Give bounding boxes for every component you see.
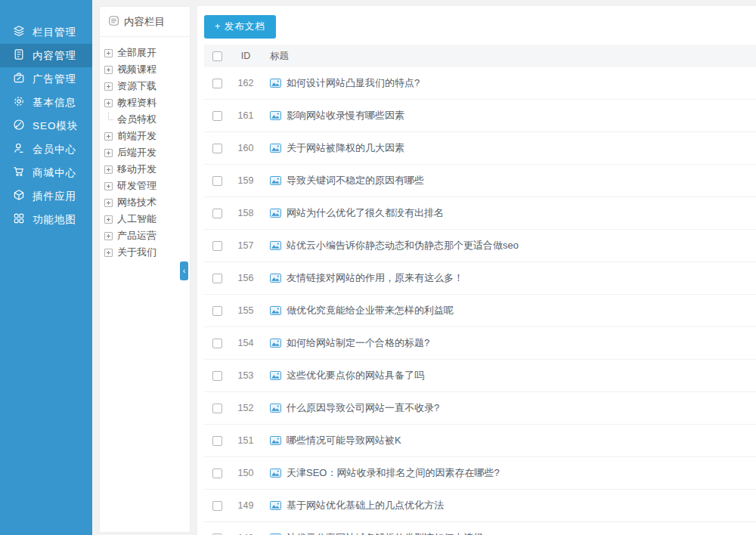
row-select-checkbox[interactable] xyxy=(212,469,222,478)
tree-item[interactable]: 后端开发 xyxy=(104,144,190,161)
user-icon xyxy=(13,142,25,156)
row-select-checkbox[interactable] xyxy=(212,274,222,283)
document-title-link[interactable]: 影响网站收录慢有哪些因素 xyxy=(287,109,404,122)
tree-item[interactable]: 关于我们 xyxy=(104,244,190,261)
document-title-link[interactable]: 什么原因导致公司网站一直不收录? xyxy=(287,401,439,415)
expand-plus-icon[interactable] xyxy=(104,182,113,190)
tree-leaf-branch-icon xyxy=(104,116,113,124)
expand-plus-icon[interactable] xyxy=(104,199,113,207)
document-title-link[interactable]: 网站为什么优化了很久都没有出排名 xyxy=(287,206,444,220)
document-title-link[interactable]: 导致关键词不稳定的原因有哪些 xyxy=(287,174,424,187)
document-title-link[interactable]: 这些优化要点你的网站具备了吗 xyxy=(287,369,424,382)
tree-item-label[interactable]: 资源下载 xyxy=(117,79,156,93)
publish-document-button[interactable]: + 发布文档 xyxy=(204,15,276,39)
sidebar-item-function-map[interactable]: 功能地图 xyxy=(0,208,92,231)
row-select-checkbox[interactable] xyxy=(212,111,222,121)
chevron-left-icon: ‹ xyxy=(183,267,186,275)
plugin-cube-icon xyxy=(13,189,25,203)
tree-item[interactable]: 人工智能 xyxy=(104,211,190,227)
document-title-link[interactable]: 天津SEO：网站收录和排名之间的因素存在哪些? xyxy=(287,466,500,480)
tree-item-label[interactable]: 移动开发 xyxy=(117,162,156,176)
tree-item-label[interactable]: 视频课程 xyxy=(117,63,156,76)
tree-item[interactable]: 教程资料 xyxy=(104,94,190,111)
tree-item-label[interactable]: 产品运营 xyxy=(117,229,156,243)
row-select-checkbox[interactable] xyxy=(212,144,222,153)
document-title-link[interactable]: 如何设计网站凸显我们的特点? xyxy=(287,76,420,90)
sidebar-item-content-management[interactable]: 内容管理 xyxy=(0,44,92,67)
document-title-link[interactable]: 关于网站被降权的几大因素 xyxy=(287,141,404,155)
table-header-row: ID 标题 xyxy=(204,45,756,67)
expand-plus-icon[interactable] xyxy=(104,165,113,174)
row-select-checkbox[interactable] xyxy=(212,306,222,316)
expand-plus-icon[interactable] xyxy=(104,215,113,224)
row-select-checkbox[interactable] xyxy=(212,241,222,251)
sidebar-item-seo-module[interactable]: SEO模块 xyxy=(0,114,92,138)
sidebar-item-member-center[interactable]: 会员中心 xyxy=(0,138,92,161)
sidebar-item-column-management[interactable]: 栏目管理 xyxy=(0,20,92,44)
table-row: 148 站优云分享网站域名解析的类型该如何去选择 xyxy=(204,522,756,535)
row-id: 160 xyxy=(230,143,262,153)
row-select-checkbox[interactable] xyxy=(212,436,222,446)
sidebar-item-plugin-apps[interactable]: 插件应用 xyxy=(0,184,92,208)
tree-item-label[interactable]: 网络技术 xyxy=(117,196,156,209)
expand-plus-icon[interactable] xyxy=(104,149,113,157)
tree-item[interactable]: 会员特权 xyxy=(104,111,190,128)
document-title-link[interactable]: 哪些情况可能导致网站被K xyxy=(287,434,401,447)
seo-icon xyxy=(13,119,25,133)
expand-plus-icon[interactable] xyxy=(104,66,113,74)
table-row: 158 网站为什么优化了很久都没有出排名 xyxy=(204,197,756,230)
row-id: 154 xyxy=(230,338,262,348)
tree-item[interactable]: 视频课程 xyxy=(104,61,190,78)
document-title-link[interactable]: 站优云小编告诉你静态动态和伪静态那个更适合做seo xyxy=(287,239,519,252)
sidebar-item-basic-info[interactable]: 基本信息 xyxy=(0,91,92,114)
document-title-link[interactable]: 友情链接对网站的作用，原来有这么多！ xyxy=(287,271,463,285)
row-id: 151 xyxy=(230,435,262,446)
tree-item[interactable]: 研发管理 xyxy=(104,178,190,194)
tree-item-label[interactable]: 会员特权 xyxy=(117,113,156,126)
tree-item[interactable]: 前端开发 xyxy=(104,128,190,144)
row-select-checkbox[interactable] xyxy=(212,371,222,381)
tree-item[interactable]: 产品运营 xyxy=(104,227,190,244)
sidebar-item-label: SEO模块 xyxy=(33,119,79,133)
tree-item[interactable]: 网络技术 xyxy=(104,194,190,211)
tree-item-label[interactable]: 教程资料 xyxy=(117,96,156,110)
sidebar-item-label: 广告管理 xyxy=(33,73,76,86)
sidebar-item-mall-center[interactable]: 商城中心 xyxy=(0,161,92,184)
sidebar-item-label: 栏目管理 xyxy=(33,26,76,39)
row-id: 149 xyxy=(230,500,262,511)
tree-item[interactable]: 移动开发 xyxy=(104,161,190,178)
document-title-link[interactable]: 基于网站优化基础上的几点优化方法 xyxy=(287,499,444,512)
document-title-link[interactable]: 做优化究竟能给企业带来怎样的利益呢 xyxy=(287,304,454,317)
row-select-checkbox[interactable] xyxy=(212,209,222,218)
table-row: 157 站优云小编告诉你静态动态和伪静态那个更适合做seo xyxy=(204,230,756,262)
document-title-link[interactable]: 如何给网站制定一个合格的标题? xyxy=(287,336,429,350)
expand-plus-icon[interactable] xyxy=(104,82,113,91)
tree-item-label[interactable]: 人工智能 xyxy=(117,212,156,226)
expand-plus-icon[interactable] xyxy=(104,132,113,141)
tree-item[interactable]: 资源下载 xyxy=(104,78,190,94)
image-thumbnail-icon xyxy=(270,144,281,153)
row-select-checkbox[interactable] xyxy=(212,79,222,88)
expand-plus-icon[interactable] xyxy=(104,249,113,257)
expand-plus-icon[interactable] xyxy=(104,99,113,107)
tree-item-label[interactable]: 前端开发 xyxy=(117,129,156,143)
tree-item-label[interactable]: 研发管理 xyxy=(117,179,156,193)
row-select-checkbox[interactable] xyxy=(212,176,222,186)
select-all-checkbox[interactable] xyxy=(212,51,222,61)
main-sidebar: 栏目管理 内容管理 广告管理 基本信息 SEO模 xyxy=(0,0,92,535)
tree-item-label[interactable]: 全部展开 xyxy=(117,46,156,60)
tree-item-label[interactable]: 关于我们 xyxy=(117,246,156,259)
row-id: 155 xyxy=(230,305,262,316)
row-select-checkbox[interactable] xyxy=(212,339,222,348)
expand-plus-icon[interactable] xyxy=(104,49,113,57)
sidebar-item-ad-management[interactable]: 广告管理 xyxy=(0,67,92,91)
panel-collapse-button[interactable]: ‹ xyxy=(180,261,188,280)
tree-item-label[interactable]: 后端开发 xyxy=(117,146,156,159)
row-select-checkbox[interactable] xyxy=(212,404,222,413)
image-thumbnail-icon xyxy=(270,79,281,88)
tree-item[interactable]: 全部展开 xyxy=(104,45,190,61)
content-category-panel: 内容栏目 全部展开 视频课程 资源下载 xyxy=(99,6,191,533)
expand-plus-icon[interactable] xyxy=(104,232,113,240)
row-select-checkbox[interactable] xyxy=(212,501,222,511)
document-title-link[interactable]: 站优云分享网站域名解析的类型该如何去选择 xyxy=(287,531,483,535)
